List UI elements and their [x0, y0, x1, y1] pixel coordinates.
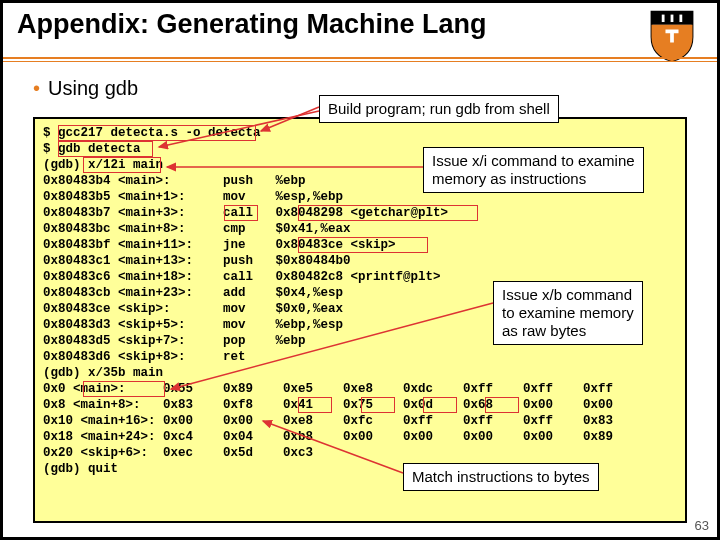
annotation-text: Match instructions to bytes: [412, 468, 590, 485]
divider: [3, 61, 717, 62]
highlight-box: [298, 237, 428, 253]
bullet-item: •Using gdb: [33, 77, 138, 100]
bullet-text: Using gdb: [48, 77, 138, 99]
highlight-box: [58, 125, 256, 141]
princeton-shield-icon: [647, 9, 697, 63]
annotation-text: to examine memory: [502, 304, 634, 321]
svg-rect-3: [679, 15, 682, 22]
annotation-text: Build program; run gdb from shell: [328, 100, 550, 117]
annotation-text: as raw bytes: [502, 322, 586, 339]
highlight-box: [298, 397, 332, 413]
highlight-box: [485, 397, 519, 413]
annotation-xi: Issue x/i command to examine memory as i…: [423, 147, 644, 193]
annotation-build: Build program; run gdb from shell: [319, 95, 559, 123]
highlight-box: [361, 397, 395, 413]
page-number: 63: [695, 518, 709, 533]
divider: [3, 57, 717, 59]
annotation-match: Match instructions to bytes: [403, 463, 599, 491]
highlight-box: [298, 205, 478, 221]
svg-rect-2: [671, 15, 674, 22]
bullet-dot-icon: •: [33, 77, 40, 99]
highlight-box: [224, 205, 258, 221]
svg-rect-1: [662, 15, 665, 22]
annotation-text: memory as instructions: [432, 170, 586, 187]
annotation-text: Issue x/b command: [502, 286, 632, 303]
highlight-box: [58, 141, 153, 157]
annotation-xb: Issue x/b command to examine memory as r…: [493, 281, 643, 345]
highlight-box: [83, 157, 161, 173]
highlight-box: [83, 381, 165, 397]
highlight-box: [423, 397, 457, 413]
slide: Appendix: Generating Machine Lang •Using…: [0, 0, 720, 540]
annotation-text: Issue x/i command to examine: [432, 152, 635, 169]
page-title: Appendix: Generating Machine Lang: [17, 9, 487, 40]
